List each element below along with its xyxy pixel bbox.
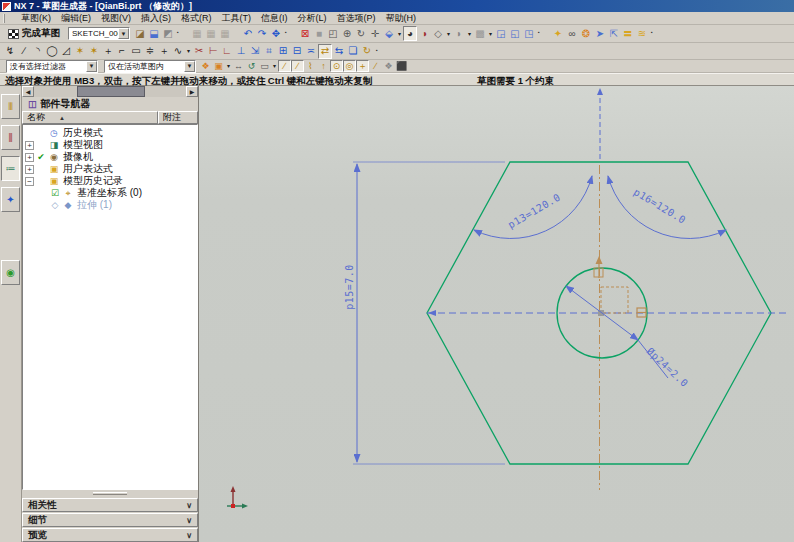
snap-existing-point-icon[interactable]: ＋ bbox=[356, 60, 369, 72]
expander-icon[interactable] bbox=[39, 201, 48, 210]
menu-view[interactable]: 视图(V) bbox=[96, 11, 136, 26]
plus-icon[interactable]: ＋ bbox=[101, 44, 115, 59]
snap-point-on-curve-icon[interactable]: ∕ bbox=[369, 60, 382, 72]
show-remove-constraints-icon[interactable]: ⊟ bbox=[290, 44, 304, 59]
parallel-lines-icon[interactable]: 〓 bbox=[621, 26, 635, 41]
rotate-view-icon[interactable]: ↻ bbox=[354, 26, 368, 41]
wireframe-icon[interactable]: ◇ bbox=[431, 26, 445, 41]
snap-arc-center-icon[interactable]: ⊙ bbox=[330, 60, 343, 72]
animate-dimension-icon[interactable]: ≍ bbox=[304, 44, 318, 59]
group-separator[interactable] bbox=[181, 26, 190, 41]
fillet-icon[interactable]: ◿ bbox=[59, 44, 73, 59]
section-dependencies[interactable]: 相关性 ∨ bbox=[22, 498, 198, 512]
tab-constraint-navigator[interactable]: ⫼ bbox=[1, 125, 20, 150]
tree-item-datum-csys[interactable]: ☑ ⌖ 基准坐标系 (0) bbox=[39, 187, 197, 199]
fill-view-icon[interactable]: ■ bbox=[312, 26, 326, 41]
trimetric-view-icon[interactable]: ⬙ bbox=[382, 26, 396, 41]
make-corner-icon[interactable]: ∟ bbox=[220, 44, 234, 59]
sketch-name-combobox[interactable]: SKETCH_000 ▼ bbox=[68, 27, 130, 40]
menu-information[interactable]: 信息(I) bbox=[256, 11, 293, 26]
panel-horizontal-scrollbar[interactable]: ◀ ▶ bbox=[22, 86, 198, 97]
zoom-fit-icon[interactable]: ⊠ bbox=[298, 26, 312, 41]
solid-body-icon[interactable]: ⬛ bbox=[395, 60, 408, 72]
menu-help[interactable]: 帮助(H) bbox=[381, 11, 422, 26]
alternate-solution-icon[interactable]: ⇆ bbox=[332, 44, 346, 59]
checkbox-icon[interactable]: ✔ bbox=[36, 152, 46, 162]
section-preview[interactable]: 预览 ∨ bbox=[22, 528, 198, 542]
orient-view-sketch-icon[interactable]: ⬓ bbox=[147, 26, 161, 41]
undo-icon[interactable]: ↶ bbox=[241, 26, 255, 41]
line-icon[interactable]: ∕ bbox=[17, 44, 31, 59]
toolbar-overflow-icon[interactable]: ▪ bbox=[374, 44, 380, 59]
face-analysis-caret[interactable]: ▾ bbox=[466, 26, 473, 41]
group-separator[interactable] bbox=[289, 26, 298, 41]
studio-spline-icon[interactable]: ∿ bbox=[171, 44, 185, 59]
tree-item-model-views[interactable]: + ◨ 模型视图 bbox=[25, 139, 197, 151]
rename-sketch-icon[interactable]: ◪ bbox=[133, 26, 147, 41]
dimension-diameter-label[interactable]: Øp24=2.0 bbox=[645, 345, 691, 389]
snap-point-enable-icon[interactable]: ❖ bbox=[199, 60, 212, 72]
menu-preferences[interactable]: 首选项(P) bbox=[332, 11, 381, 26]
snap-settings-caret[interactable]: ▾ bbox=[225, 60, 232, 72]
point-on-curve-icon[interactable]: ＋ bbox=[157, 44, 171, 59]
chevron-down-icon[interactable]: ∨ bbox=[186, 516, 192, 525]
tree-item-extrude[interactable]: ◇ ◆ 拉伸 (1) bbox=[39, 199, 197, 211]
group-separator[interactable] bbox=[232, 26, 241, 41]
profile-icon[interactable]: ↯ bbox=[3, 44, 17, 59]
chevron-down-icon[interactable]: ▼ bbox=[184, 61, 195, 72]
tab-part-navigator[interactable]: ≔ bbox=[1, 156, 20, 181]
menu-insert[interactable]: 插入(S) bbox=[136, 11, 176, 26]
tab-assembly-navigator[interactable]: ⫴ bbox=[1, 94, 20, 119]
point-icon[interactable]: ✶ bbox=[73, 44, 87, 59]
graphics-window[interactable]: p15=7.0 p13=120.0 p16=120.0 Øp24=2.0 bbox=[199, 86, 794, 542]
arc-icon[interactable]: ◝ bbox=[31, 44, 45, 59]
corner-rect-icon[interactable]: ⌐ bbox=[115, 44, 129, 59]
dimension-angle-right[interactable]: p16=120.0 bbox=[608, 176, 726, 238]
section-details[interactable]: 细节 ∨ bbox=[22, 513, 198, 527]
expander-icon[interactable] bbox=[39, 189, 48, 198]
rect-select-icon[interactable]: ▭ bbox=[258, 60, 271, 72]
touch-mode-icon[interactable]: ✥ bbox=[269, 26, 283, 41]
expander-icon[interactable] bbox=[25, 129, 34, 138]
quick-extend-icon[interactable]: ⊢ bbox=[206, 44, 220, 59]
checkbox-icon[interactable]: ◇ bbox=[50, 200, 60, 210]
scroll-left-icon[interactable]: ◀ bbox=[22, 86, 34, 97]
expander-icon[interactable]: + bbox=[25, 165, 34, 174]
redo-icon[interactable]: ↷ bbox=[255, 26, 269, 41]
offset-curve-icon[interactable]: ≑ bbox=[143, 44, 157, 59]
auto-constrain-icon[interactable]: ⊞ bbox=[276, 44, 290, 59]
shaded-mode-icon[interactable]: ◕ bbox=[403, 26, 417, 41]
continuous-auto-dim-icon[interactable]: ↻ bbox=[360, 44, 374, 59]
expander-icon[interactable]: + bbox=[25, 153, 34, 162]
view-orientation-caret[interactable]: ▾ bbox=[396, 26, 403, 41]
spectacles-icon[interactable]: ∞ bbox=[565, 26, 579, 41]
tab-history[interactable]: ◉ bbox=[1, 260, 20, 285]
point2-icon[interactable]: ✶ bbox=[87, 44, 101, 59]
dimension-angle-left[interactable]: p13=120.0 bbox=[474, 176, 592, 238]
layer-settings-icon[interactable]: ≋ bbox=[635, 26, 649, 41]
snap-point-on-face-icon[interactable]: ❖ bbox=[382, 60, 395, 72]
spline-caret[interactable]: ▾ bbox=[185, 44, 192, 59]
selection-filter-combobox[interactable]: 没有选择过滤器 ▼ bbox=[6, 60, 98, 73]
snap-key-icon[interactable]: ✦ bbox=[551, 26, 565, 41]
menu-sketch[interactable]: 草图(K) bbox=[16, 11, 56, 26]
select-link-icon[interactable]: ↔ bbox=[232, 60, 245, 72]
splitter-grip[interactable] bbox=[93, 492, 127, 495]
snap-intersection-icon[interactable]: ↑ bbox=[317, 60, 330, 72]
column-header-name[interactable]: 名称 ▲ bbox=[22, 111, 158, 124]
deselect-icon[interactable]: ⇱ bbox=[607, 26, 621, 41]
snap-settings-icon[interactable]: ▣ bbox=[212, 60, 225, 72]
show-constraints-icon[interactable]: ⌗ bbox=[262, 44, 276, 59]
toolbar-grip[interactable] bbox=[3, 14, 13, 23]
expander-icon[interactable]: − bbox=[25, 177, 34, 186]
snap-quadrant-icon[interactable]: ◎ bbox=[343, 60, 356, 72]
column-header-note[interactable]: 附注 bbox=[158, 111, 198, 124]
dimension-angle-left-label[interactable]: p13=120.0 bbox=[506, 192, 562, 231]
chevron-down-icon[interactable]: ∨ bbox=[186, 531, 192, 540]
group-separator[interactable] bbox=[542, 26, 551, 41]
circle-icon[interactable]: ◯ bbox=[45, 44, 59, 59]
auto-dimension-icon[interactable]: ⇲ bbox=[248, 44, 262, 59]
paste-icon[interactable]: ▦ bbox=[218, 26, 232, 41]
tree-item-history-mode[interactable]: ◷ 历史模式 bbox=[25, 127, 197, 139]
pan-view-icon[interactable]: ✛ bbox=[368, 26, 382, 41]
